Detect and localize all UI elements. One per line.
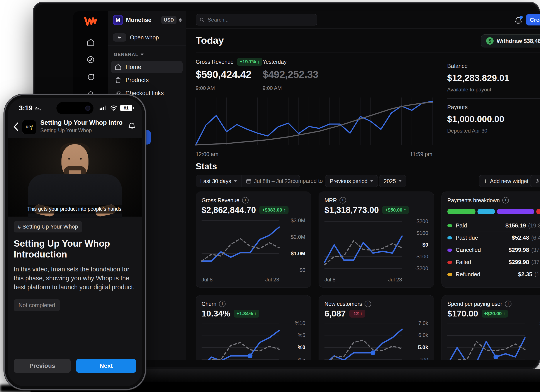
bag-icon — [115, 77, 122, 83]
info-icon[interactable]: i — [365, 301, 371, 307]
widget-chart — [325, 220, 402, 270]
widget-churn[interactable]: Churni 10.34% +1.34% ↑ %10%5%0-%5 — [196, 295, 311, 360]
segment-past-due — [477, 209, 495, 214]
legend-value: $299.98 — [509, 247, 529, 253]
info-icon[interactable]: i — [502, 197, 509, 204]
y-tick-label: $100 — [417, 230, 428, 236]
next-button[interactable]: Next — [76, 359, 136, 373]
payouts-label: Payouts — [447, 104, 468, 111]
gross-revenue-value: $590,424.42 — [196, 68, 262, 80]
widget-new-customers[interactable]: New customersi 6,087 -12 ↓ 7.0k6.0k5.0k-… — [319, 295, 434, 360]
add-widget-label: Add new widget — [490, 178, 528, 184]
y-tick-label: -$200 — [415, 265, 428, 271]
info-icon[interactable]: i — [340, 197, 346, 204]
chevron-down-icon — [140, 54, 144, 55]
y-axis-labels: $3.0M$2.0M$1.0M$0 — [281, 220, 307, 270]
gross-revenue-label: Gross Revenue — [196, 59, 234, 65]
calendar-icon — [246, 178, 251, 184]
widget-value: $2,862,844.70 — [202, 205, 256, 215]
yesterday-time: 9:00 AM — [263, 85, 318, 91]
widget-payments-breakdown[interactable]: Payments breakdowni Paid $156.19 (19.32%… — [441, 191, 540, 288]
open-whop-row[interactable]: Open whop — [108, 29, 186, 46]
currency-chevrons-icon[interactable] — [179, 18, 182, 22]
section-label: GENERAL — [114, 52, 138, 57]
messages-icon[interactable] — [84, 70, 98, 84]
widget-title: New customers — [325, 301, 362, 307]
past-due-dot — [447, 236, 452, 240]
legend-value: $2.35 — [518, 271, 532, 278]
cancelled-dot — [447, 249, 452, 252]
y-tick-label: $200 — [417, 218, 428, 224]
info-icon[interactable]: i — [505, 301, 511, 307]
compared-to-label: compared to — [292, 178, 323, 184]
currency-selector[interactable]: USD — [161, 16, 176, 24]
widgets-grid: Gross Revenuei $2,862,844.70 +$383.00 ↑ … — [196, 191, 540, 360]
add-widget-button[interactable]: + Add new widget — [479, 175, 533, 187]
home-icon[interactable] — [84, 35, 98, 49]
course-app-icon[interactable]: DPf — [22, 120, 36, 134]
page: M Monetise USD Open whop GENERAL — [0, 0, 540, 392]
date-range[interactable]: Jul 8th – Jul 23rd — [241, 175, 300, 187]
sidebar-item-products[interactable]: Products — [111, 74, 183, 86]
legend-row-cancelled: Cancelled $299.98 (37.1%) — [447, 244, 540, 256]
phone-frame: 3:19 81 — [4, 94, 146, 390]
legend-pct: (6.49%) — [531, 235, 540, 241]
workspace-switcher[interactable]: M Monetise USD — [108, 11, 186, 29]
payments-bar — [447, 209, 540, 214]
widget-chart — [325, 322, 402, 360]
widget-mrr[interactable]: MRRi $1,318,773.00 +$50.00 ↑ $200$100$0-… — [319, 191, 434, 288]
sidebar-section-general[interactable]: GENERAL — [108, 46, 186, 60]
period-select[interactable]: Previous period — [325, 175, 378, 187]
xaxis-end: 11:59 pm — [410, 151, 432, 157]
widget-title: MRR — [325, 197, 337, 204]
info-icon[interactable]: i — [242, 197, 249, 204]
widget-value: $170.00 — [447, 309, 478, 318]
sidebar-item-home[interactable]: Home — [111, 61, 183, 73]
search-input[interactable] — [207, 17, 314, 23]
previous-button[interactable]: Previous — [14, 359, 71, 373]
search-bar[interactable] — [196, 14, 317, 25]
y-axis-labels: 7.0k6.0k5.0k-100 — [404, 322, 430, 360]
widget-chart — [447, 322, 525, 360]
widget-value: $1,318,773.00 — [325, 205, 379, 215]
legend-pct: (19.32%) — [528, 222, 540, 229]
divider — [196, 52, 540, 53]
stats-title: Stats — [196, 162, 217, 171]
date-range-label: Jul 8th – Jul 23rd — [254, 178, 295, 184]
back-chevron-icon[interactable] — [13, 122, 19, 131]
legend-row-failed: Failed $299.98 (37.1%) — [447, 256, 540, 268]
lesson-tag[interactable]: # Setting Up Your Whop — [14, 221, 82, 232]
discover-icon[interactable] — [84, 53, 98, 67]
gear-icon — [535, 178, 540, 184]
phone-screen: 3:19 81 — [8, 98, 142, 386]
y-tick-label: $0 — [300, 267, 305, 273]
topbar: Create — [186, 11, 540, 29]
bed-icon — [35, 106, 41, 111]
info-icon[interactable]: i — [219, 301, 225, 307]
range-select[interactable]: Last 30 days — [196, 175, 241, 187]
range-filter[interactable]: Last 30 days Jul 8th – Jul 23rd — [196, 175, 300, 187]
widget-spend-per-user[interactable]: Spend per paying useri $170.00 +$20.00 ↑… — [441, 295, 540, 360]
x-tick-label: Jul 8 — [325, 277, 335, 283]
video-player[interactable]: This gets your product into people's han… — [8, 138, 142, 216]
widget-chart — [202, 220, 279, 270]
page-title: Today — [196, 35, 224, 46]
yesterday-metric: Yesterday $492,252.33 9:00 AM — [263, 58, 318, 91]
widget-gross-revenue[interactable]: Gross Revenuei $2,862,844.70 +$383.00 ↑ … — [196, 191, 311, 288]
widget-title: Churn — [202, 301, 216, 307]
legend-label: Failed — [456, 259, 509, 265]
phone-bell-icon[interactable] — [127, 121, 136, 131]
y-tick-label: -$100 — [415, 254, 428, 260]
year-select[interactable]: 2025 — [379, 175, 406, 187]
back-arrow-icon[interactable] — [113, 33, 126, 42]
whop-logo[interactable] — [84, 17, 97, 26]
battery-icon: 81 — [120, 105, 132, 111]
y-tick-label: %0 — [298, 344, 305, 350]
open-whop-label: Open whop — [130, 34, 159, 41]
withdraw-button[interactable]: $ Withdraw $38,482.42 — [481, 34, 540, 47]
phone-nav-subtitle: Setting Up Your Whop — [40, 127, 92, 133]
edit-button[interactable]: Edit — [530, 175, 540, 187]
create-button[interactable]: Create — [526, 14, 540, 25]
notifications-bell[interactable] — [514, 16, 523, 25]
legend-label: Paid — [456, 222, 505, 229]
